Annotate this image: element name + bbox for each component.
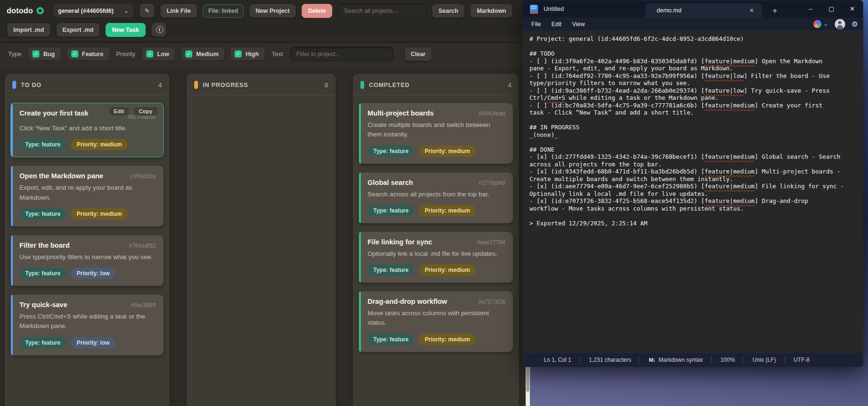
notepad-app-icon	[530, 5, 538, 14]
menu-edit[interactable]: Edit	[546, 19, 567, 29]
column-count: 4	[508, 81, 511, 89]
filter-bar: Type✓Bug✓FeaturePriority✓Low✓Medium✓High…	[0, 41, 530, 67]
misspelled-token: feature|medium	[705, 58, 755, 65]
card-description: Press Ctrl/Cmd+S while editing a task or…	[19, 312, 156, 331]
filter-checkbox-label: Medium	[196, 51, 218, 58]
project-select[interactable]: general (#44605fd6) ⌄	[53, 3, 134, 18]
pencil-icon: ✎	[144, 8, 149, 14]
export-md-button[interactable]: Export .md	[56, 23, 100, 37]
priority-badge: Priority: medium	[419, 334, 475, 345]
info-button[interactable]	[151, 22, 167, 37]
column-title: IN PROGRESS	[203, 82, 248, 88]
global-search-input[interactable]	[338, 3, 426, 18]
account-icon[interactable]	[835, 19, 845, 29]
filter-checkbox-medium[interactable]: ✓Medium	[180, 47, 225, 61]
type-badge: Type: feature	[368, 264, 414, 276]
column-in-progress: IN PROGRESS0	[187, 74, 336, 406]
tab-untitled[interactable]: Untitled	[538, 0, 564, 18]
tab-close-icon[interactable]: ✕	[746, 6, 757, 15]
card-id: #277fdd49	[478, 179, 505, 186]
tab-demo-md-label: demo.md	[657, 7, 681, 14]
card-title: Global search	[368, 179, 413, 186]
editor-line: workflow - Move tasks across columns wit…	[529, 205, 857, 213]
filter-checkbox-low[interactable]: ✓Low	[142, 47, 176, 61]
editor-line: across all projects from the top bar.	[529, 161, 857, 168]
card-id: #9ac386ff	[131, 301, 156, 309]
project-select-value: general (#44605fd6)	[58, 8, 113, 14]
misspelled-token: Cmd+S	[547, 94, 566, 101]
misspelled-token: feature|medium	[705, 168, 755, 175]
task-card[interactable]: Try quick-save#9ac386ffPress Ctrl/Cmd+S …	[10, 294, 164, 356]
link-file-button[interactable]: Link File	[160, 4, 198, 18]
editor-line: - [x] (id:9343fedd-68b0-471d-bf11-ba3bd2…	[529, 168, 857, 175]
card-copy-button[interactable]: Copy	[133, 106, 158, 116]
priority-badge: Priority: low	[71, 337, 115, 348]
card-id: #aee77794	[477, 238, 505, 246]
priority-badge: Priority: medium	[419, 145, 475, 157]
editor-line: ## DONE	[529, 146, 857, 154]
info-icon	[156, 26, 163, 33]
filter-checkbox-label: Bug	[43, 51, 55, 58]
status-item-3[interactable]: 100%	[711, 356, 744, 364]
gear-icon[interactable]: ⚙	[852, 20, 858, 29]
card-title: File linking for sync	[368, 238, 432, 246]
card-header: Filter the board#764edf92	[19, 242, 156, 249]
card-badges: Type: featurePriority: medium	[368, 205, 505, 216]
kanban-toolbar: dotodo general (#44605fd6) ⌄ ✎ Link File…	[0, 0, 530, 37]
close-button[interactable]: ✕	[842, 0, 863, 17]
menu-view[interactable]: View	[567, 19, 590, 29]
logo-dot-icon	[37, 7, 44, 14]
filter-checkbox-high[interactable]: ✓High	[230, 47, 265, 61]
import-md-button[interactable]: Import .md	[7, 23, 51, 37]
task-card[interactable]: EditCopyCreate your first task#bc70a83dC…	[10, 103, 164, 157]
minimize-button[interactable]: –	[800, 0, 821, 17]
filter-checkbox-bug[interactable]: ✓Bug	[28, 47, 61, 61]
card-title: Filter the board	[19, 242, 70, 249]
status-item-label: Markdown syntax	[659, 357, 703, 363]
task-card[interactable]: Open the Markdown pane#3f9a6f2eExport, e…	[10, 165, 164, 227]
card-description: Use type/priority filters to narrow what…	[19, 252, 156, 262]
copilot-button[interactable]: ⌄	[813, 20, 828, 28]
markdown-pane-button[interactable]: Markdown	[470, 4, 513, 18]
new-project-button[interactable]: New Project	[249, 4, 296, 18]
filter-checkbox-feature[interactable]: ✓Feature	[66, 47, 110, 61]
new-task-button[interactable]: New Task	[105, 23, 146, 37]
task-card[interactable]: Global search#277fdd49Search across all …	[359, 172, 513, 223]
card-id: #3f9a6f2e	[131, 172, 156, 180]
rename-project-button[interactable]: ✎	[139, 3, 154, 18]
card-edit-button[interactable]: Edit	[108, 106, 130, 116]
editor-content[interactable]: # Project: general (id:44605fd6-6f2c-4dc…	[523, 30, 863, 353]
delete-project-button[interactable]: Delete	[302, 4, 333, 18]
chevron-down-icon: ⌄	[823, 21, 828, 27]
task-card[interactable]: Filter the board#764edf92Use type/priori…	[10, 235, 164, 286]
type-badge: Type: feature	[368, 334, 414, 345]
type-badge: Type: feature	[19, 337, 66, 348]
card-description: Move tasks across columns with persisten…	[368, 309, 505, 328]
card-badges: Type: featurePriority: medium	[368, 334, 505, 345]
card-header: Global search#277fdd49	[368, 179, 505, 186]
notepad-titlebar[interactable]: Untitled demo.md ✕ + – ▢ ✕	[523, 0, 863, 18]
misspelled-token: feature|medium	[705, 197, 755, 204]
search-button[interactable]: Search	[432, 4, 465, 18]
checkbox-checked-icon: ✓	[235, 50, 242, 58]
page-scrollbar-thumb[interactable]	[526, 365, 529, 392]
menu-file[interactable]: File	[526, 19, 546, 29]
menubar-right: ⌄ ⚙	[813, 18, 858, 30]
status-item-label: 100%	[720, 357, 735, 363]
editor-line: > Exported 12/29/2025, 2:25:14 AM	[529, 220, 857, 227]
text-filter-input[interactable]	[290, 47, 394, 61]
card-description: Click “New Task” and add a short title.	[19, 124, 156, 133]
task-card[interactable]: File linking for sync#aee77794Optionally…	[359, 232, 513, 283]
priority-badge: Priority: medium	[419, 205, 475, 216]
new-tab-button[interactable]: +	[768, 6, 782, 16]
column-status-icon	[360, 81, 364, 89]
card-title: Open the Markdown pane	[19, 172, 103, 180]
misspelled-token: feature|medium	[705, 183, 755, 190]
task-card[interactable]: Drag-and-drop workflow#e7073f26Move task…	[359, 291, 513, 352]
task-card[interactable]: Multi-project boards#9343feddCreate mult…	[359, 103, 513, 164]
clear-filters-button[interactable]: Clear	[404, 47, 432, 61]
tab-demo-md[interactable]: demo.md ✕	[645, 3, 762, 18]
card-header: Drag-and-drop workflow#e7073f26	[368, 298, 505, 305]
filter-group-label-priority: Priority	[116, 50, 135, 58]
maximize-button[interactable]: ▢	[821, 0, 842, 17]
